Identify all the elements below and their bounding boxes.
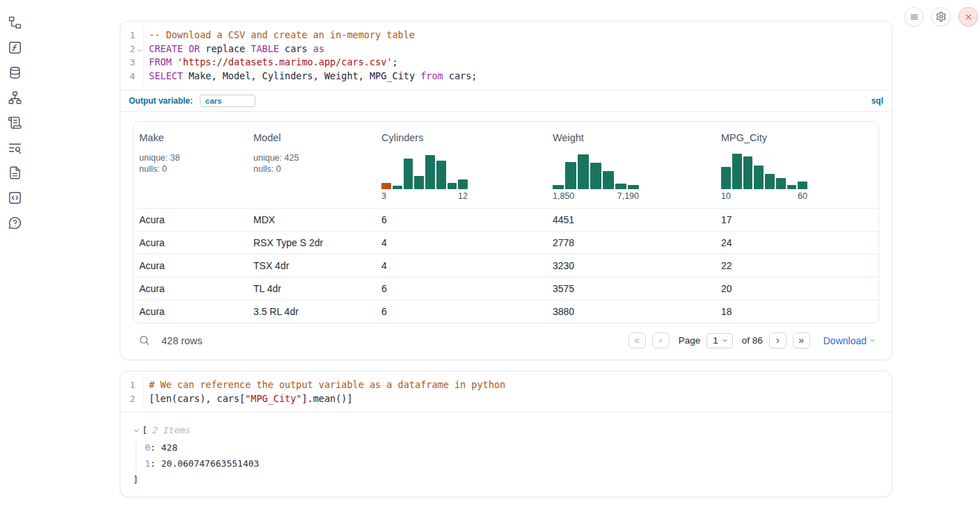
histogram-bar	[393, 186, 402, 189]
page-select-value: 1	[713, 335, 718, 346]
python-cell: 1# We can reference the output variable …	[120, 371, 892, 497]
python-code-editor[interactable]: 1# We can reference the output variable …	[120, 371, 892, 412]
column-name[interactable]: Make	[139, 132, 164, 143]
table-cell: 3575	[547, 283, 716, 294]
snippets-icon[interactable]	[7, 190, 22, 205]
table-cell: 22	[716, 260, 878, 271]
code-editor-line[interactable]: -- Download a CSV and create an in-memor…	[143, 29, 892, 42]
page-select[interactable]: 1	[706, 333, 733, 348]
table-cell: 24	[716, 237, 878, 248]
histogram-bar	[436, 161, 446, 189]
histogram-bar	[458, 179, 468, 189]
logs-icon[interactable]	[7, 140, 22, 155]
column-histogram: 1,8507,190	[553, 153, 639, 201]
table-cell: TSX 4dr	[248, 260, 376, 271]
histogram-bar	[721, 167, 731, 189]
shutdown-button[interactable]	[958, 7, 978, 26]
search-icon	[139, 335, 150, 346]
code-line: 2[len(cars), cars["MPG_City"].mean()]	[120, 392, 892, 406]
histogram-bar	[404, 159, 413, 189]
column-name[interactable]: Model	[253, 132, 281, 143]
fold-chevron-icon[interactable]	[136, 47, 143, 54]
table-cell: MDX	[248, 214, 376, 225]
close-icon	[963, 12, 974, 22]
table-row[interactable]: AcuraTSX 4dr4323022	[134, 254, 878, 277]
line-number: 4	[120, 70, 143, 83]
column-header: Weight1,8507,190	[547, 122, 716, 208]
tree-items: 0: 4281: 20.060747663551403	[136, 440, 892, 472]
first-page-button: «	[629, 332, 646, 348]
histogram-bar	[732, 154, 742, 188]
column-name[interactable]: Cylinders	[381, 132, 423, 143]
file-explorer-icon[interactable]	[7, 15, 22, 30]
table-header: Makeunique: 38nulls: 0Modelunique: 425nu…	[134, 122, 878, 208]
tree-close-bracket: ]	[133, 473, 892, 487]
column-stats: unique: 425nulls: 0	[253, 152, 376, 175]
histogram-axis-labels: 312	[381, 191, 468, 201]
code-line: 3FROM 'https://datasets.marimo.app/cars.…	[120, 56, 892, 70]
function-icon[interactable]	[7, 40, 22, 55]
collapse-chevron-icon[interactable]	[133, 427, 140, 434]
settings-button[interactable]	[931, 7, 951, 26]
column-name[interactable]: Weight	[553, 132, 584, 143]
table-cell: Acura	[134, 260, 248, 271]
menu-icon	[909, 12, 919, 22]
histogram-bar	[381, 183, 391, 189]
line-number: 1	[120, 29, 143, 42]
table-cell: RSX Type S 2dr	[248, 237, 376, 248]
help-icon[interactable]	[7, 215, 22, 230]
code-line: 1-- Download a CSV and create an in-memo…	[120, 29, 892, 42]
column-header: Cylinders312	[376, 122, 547, 208]
documentation-icon[interactable]	[7, 165, 22, 180]
database-icon[interactable]	[7, 65, 22, 80]
code-line: 2CREATE OR replace TABLE cars as	[120, 42, 892, 56]
sql-output-area: Makeunique: 38nulls: 0Modelunique: 425nu…	[120, 112, 892, 360]
code-line: 1# We can reference the output variable …	[120, 378, 892, 392]
row-count: 428 rows	[161, 335, 203, 346]
table-row[interactable]: Acura3.5 RL 4dr6388018	[134, 300, 878, 323]
histogram-bar	[628, 185, 639, 189]
next-page-button[interactable]: ›	[769, 332, 787, 348]
output-variable-label: Output variable:	[129, 96, 193, 106]
chevron-down-icon	[721, 337, 729, 344]
code-editor-line[interactable]: # We can reference the output variable a…	[143, 378, 892, 392]
code-editor-line[interactable]: FROM 'https://datasets.marimo.app/cars.c…	[143, 56, 892, 70]
table-cell: Acura	[134, 306, 248, 317]
column-name[interactable]: MPG_City	[721, 132, 767, 143]
search-button[interactable]	[139, 335, 150, 346]
code-editor-line[interactable]: CREATE OR replace TABLE cars as	[143, 42, 892, 56]
download-label: Download	[823, 335, 867, 346]
tree-entry: 1: 20.060747663551403	[145, 456, 892, 472]
histogram-bar	[743, 156, 753, 189]
sql-cell: 1-- Download a CSV and create an in-memo…	[120, 21, 892, 360]
table-cell: 3230	[547, 260, 716, 271]
menu-button[interactable]	[904, 7, 924, 26]
code-editor-line[interactable]: SELECT Make, Model, Cylinders, Weight, M…	[143, 70, 892, 83]
pagination: « ‹ Page 1 of 86 › » Download	[629, 332, 876, 348]
histogram-bar	[448, 183, 457, 189]
code-editor-line[interactable]: [len(cars), cars["MPG_City"].mean()]	[143, 392, 892, 406]
footer-left: 428 rows	[139, 335, 203, 346]
download-button[interactable]: Download	[823, 335, 876, 346]
python-output-tree: [ 2 Items 0: 4281: 20.060747663551403 ]	[120, 412, 892, 497]
column-header: Modelunique: 425nulls: 0	[248, 122, 376, 208]
column-header: MPG_City1060	[716, 122, 878, 208]
table-cell: 6	[376, 214, 547, 225]
table-row[interactable]: AcuraMDX6445117	[134, 208, 878, 231]
sql-code-editor[interactable]: 1-- Download a CSV and create an in-memo…	[120, 22, 892, 90]
scratchpad-icon[interactable]	[7, 115, 22, 130]
output-variable-input[interactable]	[200, 95, 255, 107]
line-number: 1	[120, 378, 143, 392]
table-row[interactable]: AcuraRSX Type S 2dr4277824	[134, 231, 878, 254]
tree-entry: 0: 428	[145, 440, 892, 456]
prev-page-button: ‹	[652, 332, 670, 348]
histogram-axis-labels: 1060	[721, 191, 807, 201]
last-page-button[interactable]: »	[793, 332, 810, 348]
chevron-down-icon	[869, 337, 876, 344]
histogram-bar	[590, 163, 601, 189]
table-row[interactable]: AcuraTL 4dr6357520	[134, 277, 878, 300]
table-cell: 6	[376, 283, 547, 294]
dependency-graph-icon[interactable]	[7, 90, 22, 105]
tree-open-bracket: [	[142, 424, 148, 437]
histogram-bar	[578, 154, 589, 188]
